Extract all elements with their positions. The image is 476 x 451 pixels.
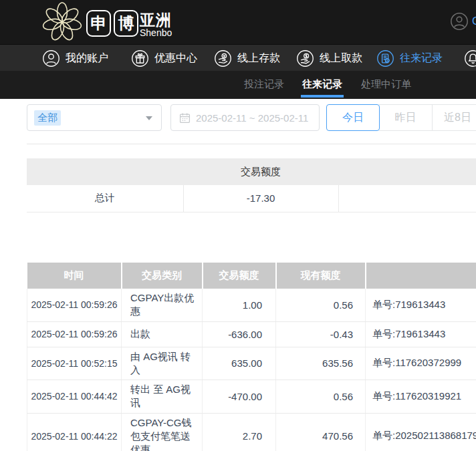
cell-time: 2025-02-11 00:44:22 xyxy=(27,413,122,451)
summary-empty-cell xyxy=(338,185,476,212)
cell-balance: 0.56 xyxy=(276,289,366,321)
cell-amount: 635.00 xyxy=(203,347,276,380)
col-header-type: 交易类别 xyxy=(122,263,203,289)
table-row: 2025-02-11 00:44:22 CGPAY-CG钱包支付笔笔送优惠 2.… xyxy=(27,413,476,451)
logo-char-shen: 申 xyxy=(86,10,111,37)
sub-nav: 投注记录 往来记录 处理中订单 xyxy=(0,71,476,99)
nav-label: 往来记录 xyxy=(400,51,443,65)
cell-amount: -636.00 xyxy=(203,321,276,347)
date-range-input[interactable]: 2025-02-11 ~ 2025-02-11 xyxy=(170,104,320,131)
col-header-summary: 摘要 xyxy=(366,263,476,289)
cell-time: 2025-02-11 00:52:15 xyxy=(27,347,122,380)
calendar-icon xyxy=(179,112,191,124)
cell-amount: -470.00 xyxy=(203,380,276,414)
flower-logo-icon xyxy=(40,1,84,43)
table-row: 2025-02-11 00:52:15 由 AG视讯 转入 635.00 635… xyxy=(27,347,476,380)
nav-item-transaction-records[interactable]: 往来记录 xyxy=(376,45,443,71)
active-tab-underline xyxy=(301,95,344,98)
summary-header-amount: 交易额度 xyxy=(183,158,338,185)
tab-label: 投注记录 xyxy=(244,78,284,90)
cell-balance: 635.56 xyxy=(276,347,366,380)
cell-balance: 470.56 xyxy=(276,413,366,451)
table-row: 2025-02-11 00:44:42 转出 至 AG视讯 -470.00 0.… xyxy=(27,380,476,414)
cell-summary: 单号:719613443 xyxy=(366,289,476,321)
cell-type: CGPAY-CG钱包支付笔笔送优惠 xyxy=(122,413,203,451)
withdraw-icon xyxy=(296,49,314,67)
cell-time: 2025-02-11 00:59:26 xyxy=(27,321,122,347)
nav-item-promotions[interactable]: 优惠中心 xyxy=(131,45,197,71)
tab-transaction-records[interactable]: 往来记录 xyxy=(302,71,342,99)
tab-processing-orders[interactable]: 处理中订单 xyxy=(361,71,411,99)
summary-header-empty xyxy=(27,158,183,185)
cell-balance: -0.43 xyxy=(276,321,366,347)
col-header-time: 时间 xyxy=(27,263,122,289)
last-8-days-button[interactable]: 近8日 xyxy=(432,104,476,131)
bell-icon xyxy=(464,49,476,67)
page: 申 博 亚洲 Shenbo C 我的账户 优惠中心 xyxy=(0,0,476,451)
deposit-icon xyxy=(214,49,232,67)
nav-label: 线上存款 xyxy=(237,51,280,65)
cell-summary: 单号:117620372999 xyxy=(366,347,476,380)
cell-time: 2025-02-11 00:44:42 xyxy=(27,380,122,414)
nav-item-notifications[interactable] xyxy=(464,45,476,71)
top-header: 申 博 亚洲 Shenbo C xyxy=(0,0,476,44)
cell-type: 由 AG视讯 转入 xyxy=(122,347,203,380)
tab-label: 往来记录 xyxy=(302,78,342,90)
logo-char-bo: 博 xyxy=(114,10,138,37)
cell-summary: 单号:719613443 xyxy=(366,321,476,347)
transactions-table: 时间 交易类别 交易额度 现有额度 摘要 2025-02-11 00:59:26… xyxy=(27,263,476,451)
dropdown-selected-value: 全部 xyxy=(34,110,61,126)
cell-balance: 0.56 xyxy=(276,380,366,414)
records-icon xyxy=(376,49,394,67)
avatar-icon[interactable] xyxy=(450,12,469,33)
summary-header-empty xyxy=(338,158,476,185)
nav-item-my-account[interactable]: 我的账户 xyxy=(42,45,108,71)
date-range-value: 2025-02-11 ~ 2025-02-11 xyxy=(196,112,308,124)
tab-betting-records[interactable]: 投注记录 xyxy=(244,71,284,99)
nav-label: 线上取款 xyxy=(320,51,362,65)
transaction-type-dropdown[interactable]: 全部 xyxy=(27,104,162,131)
account-icon xyxy=(42,49,60,67)
cell-time: 2025-02-11 00:59:26 xyxy=(27,289,122,321)
table-header-row: 时间 交易类别 交易额度 现有额度 摘要 xyxy=(27,263,476,289)
table-row: 2025-02-11 00:59:26 出款 -636.00 -0.43 单号:… xyxy=(27,321,476,347)
table-row: 2025-02-11 00:59:26 CGPAY出款优惠 1.00 0.56 … xyxy=(27,289,476,321)
col-header-amount: 交易额度 xyxy=(203,263,276,289)
nav-label: 优惠中心 xyxy=(154,51,197,65)
summary-total-value: -17.30 xyxy=(183,185,338,212)
cell-summary: 单号:117620319921 xyxy=(366,380,476,414)
username-text[interactable]: C xyxy=(472,15,476,27)
summary-table: 交易额度 总计 -17.30 xyxy=(27,158,476,212)
nav-item-online-deposit[interactable]: 线上存款 xyxy=(214,45,280,71)
section-divider xyxy=(27,144,476,144)
cell-type: 出款 xyxy=(122,321,203,347)
cell-type: 转出 至 AG视讯 xyxy=(122,380,203,414)
nav-item-online-withdraw[interactable]: 线上取款 xyxy=(296,45,362,71)
nav-label: 我的账户 xyxy=(66,51,108,65)
cell-summary: 单号:202502113868179729 xyxy=(366,413,476,451)
chevron-down-icon xyxy=(146,116,152,120)
cell-type: CGPAY出款优惠 xyxy=(122,289,203,321)
main-nav: 我的账户 优惠中心 线上存款 线上取款 xyxy=(0,44,476,71)
summary-total-label: 总计 xyxy=(27,185,183,212)
yesterday-button[interactable]: 昨日 xyxy=(379,104,433,131)
logo-subtitle: Shenbo xyxy=(140,27,172,38)
cell-amount: 1.00 xyxy=(203,289,276,321)
promo-icon xyxy=(131,49,149,67)
col-header-balance: 现有额度 xyxy=(276,263,366,289)
tab-label: 处理中订单 xyxy=(361,78,411,90)
today-button[interactable]: 今日 xyxy=(326,104,380,131)
cell-amount: 2.70 xyxy=(203,413,276,451)
